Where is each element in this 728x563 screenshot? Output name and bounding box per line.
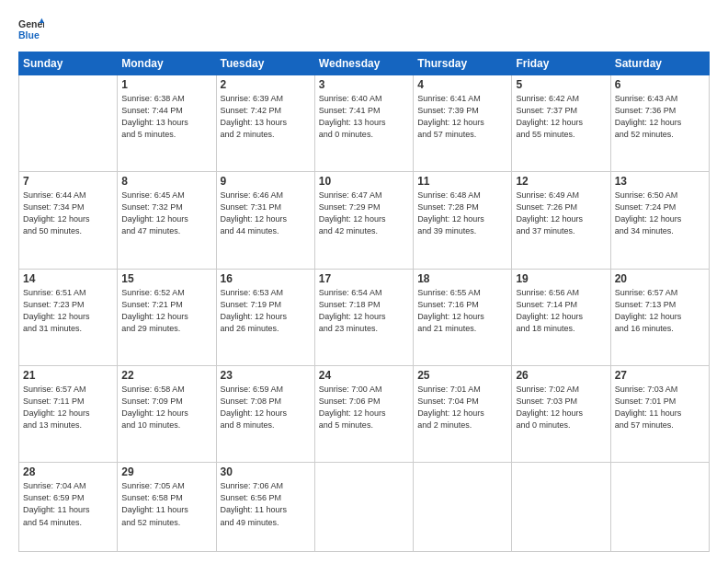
day-info: Sunrise: 7:03 AM Sunset: 7:01 PM Dayligh… xyxy=(615,384,705,431)
day-info: Sunrise: 6:57 AM Sunset: 7:11 PM Dayligh… xyxy=(23,384,113,431)
day-info: Sunrise: 6:43 AM Sunset: 7:36 PM Dayligh… xyxy=(615,93,705,141)
day-cell: 1Sunrise: 6:38 AM Sunset: 7:44 PM Daylig… xyxy=(118,75,216,172)
day-cell: 4Sunrise: 6:41 AM Sunset: 7:39 PM Daylig… xyxy=(414,75,512,172)
day-cell: 20Sunrise: 6:57 AM Sunset: 7:13 PM Dayli… xyxy=(610,269,709,365)
day-cell: 18Sunrise: 6:55 AM Sunset: 7:16 PM Dayli… xyxy=(414,269,512,365)
day-info: Sunrise: 7:02 AM Sunset: 7:03 PM Dayligh… xyxy=(516,384,606,431)
week-row-5: 28Sunrise: 7:04 AM Sunset: 6:59 PM Dayli… xyxy=(19,463,710,552)
day-info: Sunrise: 7:04 AM Sunset: 6:59 PM Dayligh… xyxy=(23,480,113,528)
day-number: 19 xyxy=(516,272,606,285)
day-number: 24 xyxy=(319,369,409,382)
day-info: Sunrise: 6:59 AM Sunset: 7:08 PM Dayligh… xyxy=(221,384,311,431)
day-cell xyxy=(512,463,610,552)
day-cell: 30Sunrise: 7:06 AM Sunset: 6:56 PM Dayli… xyxy=(216,463,314,552)
day-number: 4 xyxy=(417,78,507,91)
day-number: 9 xyxy=(221,175,311,188)
day-cell: 23Sunrise: 6:59 AM Sunset: 7:08 PM Dayli… xyxy=(216,366,314,463)
day-number: 14 xyxy=(23,272,113,285)
day-number: 16 xyxy=(221,272,311,285)
day-info: Sunrise: 6:58 AM Sunset: 7:09 PM Dayligh… xyxy=(121,384,211,431)
day-cell: 3Sunrise: 6:40 AM Sunset: 7:41 PM Daylig… xyxy=(314,75,413,172)
day-number: 15 xyxy=(121,272,211,285)
day-number: 7 xyxy=(23,175,113,188)
day-info: Sunrise: 6:51 AM Sunset: 7:23 PM Dayligh… xyxy=(23,287,113,335)
weekday-header-sunday: Sunday xyxy=(19,52,118,75)
day-number: 23 xyxy=(221,369,311,382)
day-cell: 7Sunrise: 6:44 AM Sunset: 7:34 PM Daylig… xyxy=(19,172,118,269)
week-row-3: 14Sunrise: 6:51 AM Sunset: 7:23 PM Dayli… xyxy=(19,269,710,365)
day-cell: 11Sunrise: 6:48 AM Sunset: 7:28 PM Dayli… xyxy=(414,172,512,269)
day-info: Sunrise: 6:49 AM Sunset: 7:26 PM Dayligh… xyxy=(516,190,606,237)
day-info: Sunrise: 6:54 AM Sunset: 7:18 PM Dayligh… xyxy=(319,287,409,335)
page: General Blue SundayMondayTuesdayWednesda… xyxy=(0,0,728,563)
day-number: 30 xyxy=(221,465,311,478)
day-number: 5 xyxy=(516,78,606,91)
weekday-header-thursday: Thursday xyxy=(414,52,512,75)
day-cell: 12Sunrise: 6:49 AM Sunset: 7:26 PM Dayli… xyxy=(512,172,610,269)
day-cell: 26Sunrise: 7:02 AM Sunset: 7:03 PM Dayli… xyxy=(512,366,610,463)
day-cell: 15Sunrise: 6:52 AM Sunset: 7:21 PM Dayli… xyxy=(118,269,216,365)
day-number: 10 xyxy=(319,175,409,188)
day-number: 17 xyxy=(319,272,409,285)
day-cell: 16Sunrise: 6:53 AM Sunset: 7:19 PM Dayli… xyxy=(216,269,314,365)
logo-icon: General Blue xyxy=(18,17,44,42)
day-cell xyxy=(414,463,512,552)
day-info: Sunrise: 6:55 AM Sunset: 7:16 PM Dayligh… xyxy=(417,287,507,335)
day-number: 12 xyxy=(516,175,606,188)
calendar-table: SundayMondayTuesdayWednesdayThursdayFrid… xyxy=(18,52,710,552)
day-cell: 6Sunrise: 6:43 AM Sunset: 7:36 PM Daylig… xyxy=(610,75,709,172)
day-cell: 17Sunrise: 6:54 AM Sunset: 7:18 PM Dayli… xyxy=(314,269,413,365)
day-info: Sunrise: 7:01 AM Sunset: 7:04 PM Dayligh… xyxy=(417,384,507,431)
svg-text:General: General xyxy=(18,18,44,29)
header: General Blue xyxy=(18,17,710,42)
weekday-header-monday: Monday xyxy=(118,52,216,75)
day-number: 3 xyxy=(319,78,409,91)
day-number: 8 xyxy=(121,175,211,188)
weekday-header-row: SundayMondayTuesdayWednesdayThursdayFrid… xyxy=(19,52,710,75)
day-number: 18 xyxy=(417,272,507,285)
weekday-header-saturday: Saturday xyxy=(610,52,709,75)
day-cell: 21Sunrise: 6:57 AM Sunset: 7:11 PM Dayli… xyxy=(19,366,118,463)
day-number: 22 xyxy=(121,369,211,382)
day-cell: 22Sunrise: 6:58 AM Sunset: 7:09 PM Dayli… xyxy=(118,366,216,463)
day-number: 25 xyxy=(417,369,507,382)
day-cell: 29Sunrise: 7:05 AM Sunset: 6:58 PM Dayli… xyxy=(118,463,216,552)
day-info: Sunrise: 6:56 AM Sunset: 7:14 PM Dayligh… xyxy=(516,287,606,335)
week-row-4: 21Sunrise: 6:57 AM Sunset: 7:11 PM Dayli… xyxy=(19,366,710,463)
day-number: 11 xyxy=(417,175,507,188)
day-info: Sunrise: 6:53 AM Sunset: 7:19 PM Dayligh… xyxy=(221,287,311,335)
day-cell: 2Sunrise: 6:39 AM Sunset: 7:42 PM Daylig… xyxy=(216,75,314,172)
day-info: Sunrise: 7:06 AM Sunset: 6:56 PM Dayligh… xyxy=(221,480,311,528)
day-number: 27 xyxy=(615,369,705,382)
day-cell: 25Sunrise: 7:01 AM Sunset: 7:04 PM Dayli… xyxy=(414,366,512,463)
weekday-header-friday: Friday xyxy=(512,52,610,75)
day-info: Sunrise: 7:05 AM Sunset: 6:58 PM Dayligh… xyxy=(121,480,211,528)
day-info: Sunrise: 6:50 AM Sunset: 7:24 PM Dayligh… xyxy=(615,190,705,237)
day-cell xyxy=(610,463,709,552)
day-info: Sunrise: 6:48 AM Sunset: 7:28 PM Dayligh… xyxy=(417,190,507,237)
day-info: Sunrise: 6:52 AM Sunset: 7:21 PM Dayligh… xyxy=(121,287,211,335)
day-number: 28 xyxy=(23,465,113,478)
day-cell: 14Sunrise: 6:51 AM Sunset: 7:23 PM Dayli… xyxy=(19,269,118,365)
day-cell: 19Sunrise: 6:56 AM Sunset: 7:14 PM Dayli… xyxy=(512,269,610,365)
day-number: 29 xyxy=(121,465,211,478)
day-info: Sunrise: 6:42 AM Sunset: 7:37 PM Dayligh… xyxy=(516,93,606,141)
day-cell: 10Sunrise: 6:47 AM Sunset: 7:29 PM Dayli… xyxy=(314,172,413,269)
day-cell: 8Sunrise: 6:45 AM Sunset: 7:32 PM Daylig… xyxy=(118,172,216,269)
day-number: 13 xyxy=(615,175,705,188)
day-info: Sunrise: 7:00 AM Sunset: 7:06 PM Dayligh… xyxy=(319,384,409,431)
day-cell: 24Sunrise: 7:00 AM Sunset: 7:06 PM Dayli… xyxy=(314,366,413,463)
day-cell xyxy=(314,463,413,552)
day-number: 6 xyxy=(615,78,705,91)
day-number: 20 xyxy=(615,272,705,285)
day-number: 1 xyxy=(121,78,211,91)
day-info: Sunrise: 6:40 AM Sunset: 7:41 PM Dayligh… xyxy=(319,93,409,141)
day-cell: 9Sunrise: 6:46 AM Sunset: 7:31 PM Daylig… xyxy=(216,172,314,269)
day-info: Sunrise: 6:57 AM Sunset: 7:13 PM Dayligh… xyxy=(615,287,705,335)
day-cell xyxy=(19,75,118,172)
day-cell: 28Sunrise: 7:04 AM Sunset: 6:59 PM Dayli… xyxy=(19,463,118,552)
day-number: 26 xyxy=(516,369,606,382)
svg-text:Blue: Blue xyxy=(18,29,40,40)
weekday-header-tuesday: Tuesday xyxy=(216,52,314,75)
week-row-2: 7Sunrise: 6:44 AM Sunset: 7:34 PM Daylig… xyxy=(19,172,710,269)
